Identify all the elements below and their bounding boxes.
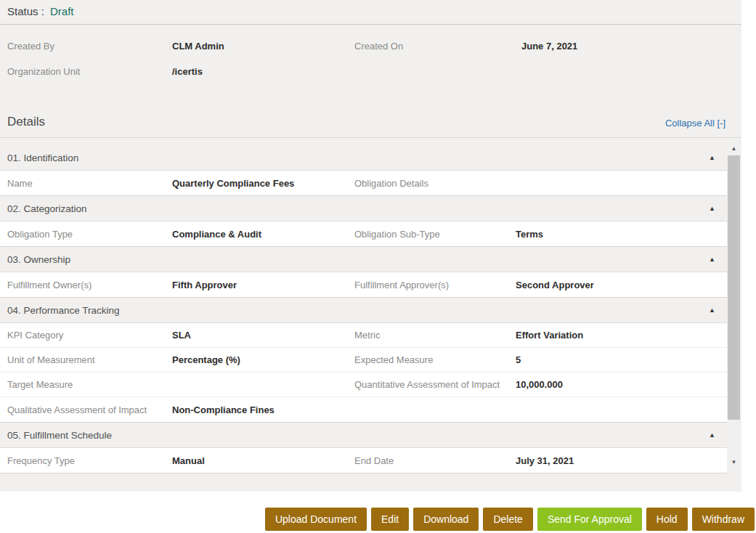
status-bar: Status : Draft <box>0 0 741 25</box>
created-on-label: Created On <box>354 41 516 52</box>
upload-document-button[interactable]: Upload Document <box>265 508 367 531</box>
collapse-triangle-icon[interactable]: ▲ <box>709 432 715 439</box>
field-value: Effort Variation <box>516 330 727 341</box>
section-title: 03. Ownership <box>7 254 70 265</box>
field-label: Fulfillment Approver(s) <box>354 280 516 290</box>
field-value: Terms <box>516 229 727 240</box>
org-unit-value: /icertis <box>172 66 354 77</box>
details-sections: 01. Identification ▲ Name Quarterly Comp… <box>0 145 727 473</box>
details-header: Details Collapse All [-] <box>0 110 741 138</box>
section-ownership: 03. Ownership ▲ Fulfillment Owner(s) Fif… <box>0 247 727 298</box>
section-fulfillment-schedule: 05. Fulfillment Schedule ▲ Frequency Typ… <box>0 423 727 473</box>
section-body: Frequency Type Manual End Date July 31, … <box>0 447 727 473</box>
field-label: Expected Measure <box>354 354 516 365</box>
section-header-ownership[interactable]: 03. Ownership ▲ <box>0 247 727 272</box>
field-row: Fulfillment Owner(s) Fifth Approver Fulf… <box>0 272 727 297</box>
field-label: Metric <box>354 330 516 341</box>
collapse-triangle-icon[interactable]: ▲ <box>709 256 715 263</box>
created-on-value: June 7, 2021 <box>516 41 741 52</box>
section-body: Fulfillment Owner(s) Fifth Approver Fulf… <box>0 272 727 298</box>
created-by-value: CLM Admin <box>172 41 354 52</box>
section-header-performance-tracking[interactable]: 04. Performance Tracking ▲ <box>0 298 727 322</box>
section-body: Obligation Type Compliance & Audit Oblig… <box>0 221 727 247</box>
action-button-bar: Upload Document Edit Download Delete Sen… <box>0 492 756 533</box>
field-label: End Date <box>354 455 516 466</box>
collapse-triangle-icon[interactable]: ▲ <box>709 155 715 161</box>
field-value: Manual <box>172 455 354 466</box>
field-label: Name <box>7 178 172 189</box>
section-categorization: 02. Categorization ▲ Obligation Type Com… <box>0 196 727 247</box>
meta-section: Created By CLM Admin Created On June 7, … <box>0 25 741 91</box>
field-value: Percentage (%) <box>172 354 354 365</box>
field-label: Obligation Sub-Type <box>354 229 516 240</box>
section-title: 04. Performance Tracking <box>7 305 120 316</box>
main-panel: Status : Draft Created By CLM Admin Crea… <box>0 0 741 492</box>
hold-button[interactable]: Hold <box>646 508 688 531</box>
field-row: Target Measure Quantitative Assessment o… <box>0 373 727 397</box>
section-title: 01. Identification <box>7 152 78 163</box>
section-header-fulfillment-schedule[interactable]: 05. Fulfillment Schedule ▲ <box>0 423 727 447</box>
section-body: Name Quarterly Compliance Fees Obligatio… <box>0 170 727 196</box>
field-row: Frequency Type Manual End Date July 31, … <box>0 448 727 473</box>
meta-row-created: Created By CLM Admin Created On June 7, … <box>0 41 741 66</box>
edit-button[interactable]: Edit <box>371 508 409 531</box>
field-row: Qualitative Assessment of Impact Non-Com… <box>0 397 727 422</box>
field-label: Qualitative Assessment of Impact <box>7 404 172 415</box>
field-value: 10,000.000 <box>516 379 727 390</box>
scrollbar-thumb[interactable] <box>728 155 740 420</box>
field-value: July 31, 2021 <box>516 455 727 466</box>
field-label: Frequency Type <box>7 455 172 466</box>
field-label: Fulfillment Owner(s) <box>7 280 172 290</box>
collapse-triangle-icon[interactable]: ▲ <box>709 307 715 314</box>
org-unit-label: Organization Unit <box>7 66 172 77</box>
collapse-all-link[interactable]: Collapse All [-] <box>665 115 725 129</box>
field-value: 5 <box>516 354 727 365</box>
field-value: Non-Compliance Fines <box>172 404 354 415</box>
section-title: 05. Fulfillment Schedule <box>7 430 112 441</box>
section-performance-tracking: 04. Performance Tracking ▲ KPI Category … <box>0 298 727 423</box>
delete-button[interactable]: Delete <box>483 508 532 531</box>
collapse-triangle-icon[interactable]: ▲ <box>709 206 715 212</box>
field-label: Obligation Details <box>354 178 516 189</box>
field-value: SLA <box>172 330 354 341</box>
status-badge: Draft <box>50 5 74 17</box>
send-for-approval-button[interactable]: Send For Approval <box>537 508 642 531</box>
field-value: Compliance & Audit <box>172 229 354 240</box>
field-label: KPI Category <box>7 330 172 341</box>
field-row: Unit of Measurement Percentage (%) Expec… <box>0 348 727 373</box>
section-header-identification[interactable]: 01. Identification ▲ <box>0 145 727 170</box>
vertical-scrollbar[interactable]: ▲ ▼ <box>728 142 740 468</box>
section-header-categorization[interactable]: 02. Categorization ▲ <box>0 196 727 221</box>
meta-row-org-unit: Organization Unit /icertis <box>0 66 741 91</box>
field-label: Target Measure <box>7 379 172 390</box>
field-row: KPI Category SLA Metric Effort Variation <box>0 323 727 348</box>
field-label: Quantitative Assessment of Impact <box>354 379 516 390</box>
field-row: Obligation Type Compliance & Audit Oblig… <box>0 221 727 246</box>
section-body: KPI Category SLA Metric Effort Variation… <box>0 322 727 423</box>
field-value: Fifth Approver <box>172 280 354 290</box>
status-label: Status : <box>7 5 44 17</box>
created-by-label: Created By <box>7 41 172 52</box>
section-title: 02. Categorization <box>7 203 87 214</box>
scroll-down-icon[interactable]: ▼ <box>728 456 740 468</box>
withdraw-button[interactable]: Withdraw <box>692 508 755 531</box>
field-value: Quarterly Compliance Fees <box>172 178 354 189</box>
obligation-details-page: Status : Draft Created By CLM Admin Crea… <box>0 0 756 533</box>
field-row: Name Quarterly Compliance Fees Obligatio… <box>0 171 727 195</box>
field-label: Unit of Measurement <box>7 354 172 365</box>
details-title: Details <box>7 115 45 129</box>
field-value: Second Approver <box>516 280 727 290</box>
field-label: Obligation Type <box>7 229 172 240</box>
section-identification: 01. Identification ▲ Name Quarterly Comp… <box>0 145 727 196</box>
download-button[interactable]: Download <box>413 508 479 531</box>
scroll-up-icon[interactable]: ▲ <box>728 142 740 155</box>
